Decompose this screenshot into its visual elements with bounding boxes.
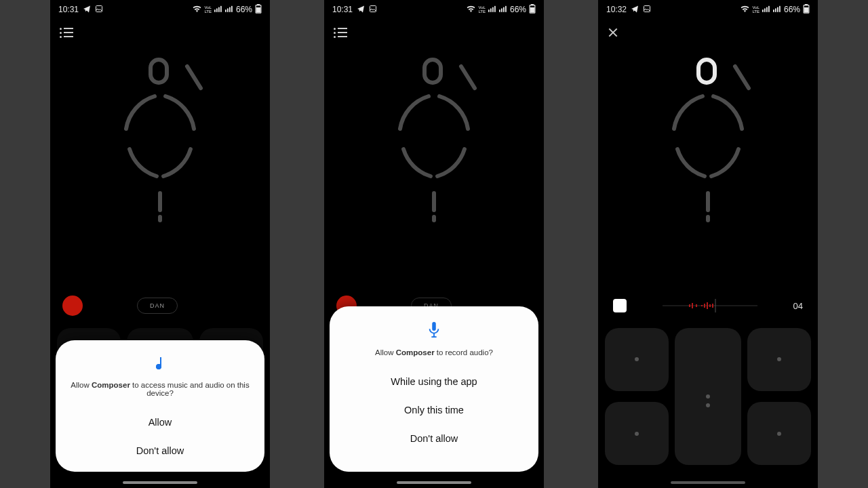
clock: 10:31 [332, 5, 353, 14]
volte-icon: VoLLTE [478, 5, 486, 14]
svg-rect-4 [220, 6, 222, 12]
svg-rect-41 [777, 7, 778, 12]
deny-button[interactable]: Don't allow [68, 436, 252, 465]
app-bar [324, 20, 544, 45]
status-bar: 10:31 VoLLTE 66% [324, 0, 544, 19]
battery-percent: 66% [784, 5, 800, 14]
image-icon [643, 5, 651, 15]
permission-dialog-media: Allow Composer to access music and audio… [56, 340, 264, 472]
music-note-icon [152, 355, 168, 374]
svg-rect-11 [256, 7, 260, 12]
menu-list-icon[interactable] [334, 28, 347, 37]
signal-icon-2 [499, 5, 507, 14]
battery-icon [803, 4, 810, 16]
app-bar [598, 20, 818, 45]
wifi-icon [741, 5, 749, 14]
svg-rect-31 [432, 322, 436, 331]
allow-once-button[interactable]: Only this time [342, 396, 526, 424]
signal-icon [762, 5, 770, 14]
image-icon [95, 5, 103, 15]
svg-rect-5 [225, 9, 226, 12]
permission-dialog-mic: Allow Composer to record audio? While us… [330, 306, 538, 472]
svg-rect-23 [503, 7, 505, 12]
controls-row: DAN [50, 290, 270, 321]
allow-while-using-button[interactable]: While using the app [342, 367, 526, 396]
recording-controls: 04 [598, 290, 818, 321]
nav-indicator[interactable] [671, 481, 745, 484]
svg-rect-44 [805, 4, 807, 5]
tile-4[interactable] [605, 402, 669, 465]
allow-button[interactable]: Allow [68, 408, 252, 436]
signal-icon [214, 5, 222, 14]
svg-rect-27 [530, 7, 534, 12]
deny-button[interactable]: Don't allow [342, 424, 526, 453]
volte-icon: VoLLTE [752, 5, 760, 14]
svg-rect-39 [773, 9, 774, 12]
stop-button[interactable] [613, 299, 627, 312]
screenshot-3: 10:32 VoLLTE 66% [598, 0, 818, 488]
svg-rect-0 [96, 5, 102, 12]
svg-rect-7 [229, 7, 231, 12]
telegram-icon [631, 5, 639, 15]
clock: 10:31 [58, 5, 79, 14]
microphone-icon [427, 321, 441, 342]
nav-indicator[interactable] [397, 481, 471, 484]
svg-rect-10 [257, 4, 259, 5]
tile-1[interactable] [605, 328, 669, 391]
status-bar: 10:32 VoLLTE 66% [598, 0, 818, 19]
glyph-canvas [598, 47, 818, 237]
battery-percent: 66% [236, 5, 252, 14]
battery-icon [529, 4, 536, 16]
battery-icon [255, 4, 262, 16]
svg-line-28 [461, 66, 475, 88]
svg-rect-17 [488, 9, 490, 12]
permission-message: Allow Composer to access music and audio… [68, 381, 252, 397]
screenshot-2: 10:31 VoLLTE 66% [324, 0, 544, 488]
svg-rect-20 [494, 6, 496, 12]
svg-rect-19 [492, 7, 494, 12]
status-bar: 10:31 VoLLTE 66% [50, 0, 270, 19]
svg-rect-3 [218, 7, 220, 12]
tile-5[interactable] [747, 402, 811, 465]
svg-rect-34 [644, 5, 650, 12]
app-bar [50, 20, 270, 45]
menu-list-icon[interactable] [60, 28, 73, 37]
permission-message: Allow Composer to record audio? [342, 348, 526, 357]
svg-rect-6 [227, 8, 229, 12]
svg-rect-8 [231, 6, 233, 12]
svg-rect-36 [764, 8, 766, 12]
wifi-icon [467, 5, 475, 14]
svg-rect-38 [768, 6, 770, 12]
telegram-icon [83, 5, 91, 15]
svg-rect-2 [216, 8, 218, 12]
signal-icon-2 [225, 5, 233, 14]
svg-rect-40 [775, 8, 776, 12]
signal-icon-2 [773, 5, 781, 14]
svg-rect-42 [779, 6, 781, 12]
clock: 10:32 [606, 5, 627, 14]
svg-line-46 [735, 66, 749, 88]
time-counter: 04 [793, 301, 803, 311]
svg-rect-21 [499, 9, 500, 12]
svg-rect-24 [505, 6, 507, 12]
waveform [642, 296, 778, 316]
close-icon[interactable] [608, 27, 618, 38]
nav-indicator[interactable] [123, 481, 197, 484]
svg-rect-45 [804, 7, 808, 12]
glyph-canvas [324, 47, 544, 237]
svg-rect-35 [762, 9, 764, 12]
svg-rect-22 [501, 8, 502, 12]
svg-rect-1 [214, 9, 216, 12]
volte-icon: VoLLTE [204, 5, 212, 14]
tile-2[interactable] [675, 328, 741, 465]
tile-3[interactable] [747, 328, 811, 391]
svg-line-12 [187, 66, 201, 88]
preset-pill[interactable]: DAN [137, 298, 178, 314]
svg-rect-37 [766, 7, 768, 12]
record-button[interactable] [62, 296, 83, 316]
svg-point-15 [156, 364, 161, 369]
image-icon [369, 5, 377, 15]
svg-rect-26 [531, 4, 533, 5]
signal-icon [488, 5, 496, 14]
tile-grid [598, 324, 818, 488]
